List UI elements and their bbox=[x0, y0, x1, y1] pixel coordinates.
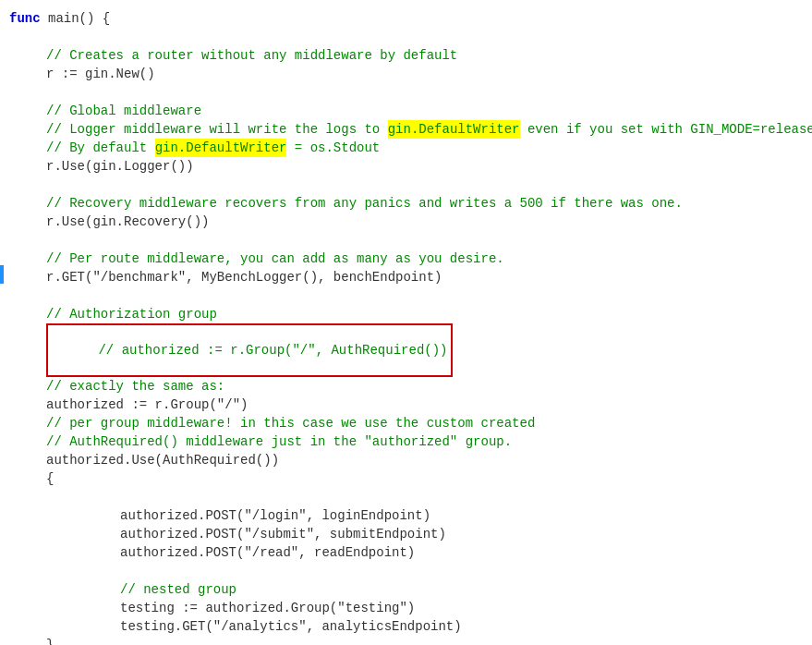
comment: // Global middleware bbox=[46, 102, 201, 120]
blue-bar-indicator bbox=[0, 265, 4, 284]
code-text: testing.GET("/analytics", analyticsEndpo… bbox=[120, 617, 462, 636]
code-line: // per group middleware! in this case we… bbox=[0, 414, 812, 432]
comment: // authorized := r.Group("/", AuthRequir… bbox=[98, 343, 447, 358]
comment: // Per route middleware, you can add as … bbox=[46, 249, 504, 268]
code-line: { bbox=[0, 469, 812, 488]
comment: // Logger middleware will write the logs… bbox=[46, 120, 388, 139]
code-line: } bbox=[0, 636, 812, 645]
code-text: authorized := r.Group("/") bbox=[46, 396, 248, 414]
comment: // AuthRequired() middleware just in the… bbox=[46, 432, 512, 451]
code-text: main() { bbox=[41, 9, 111, 28]
code-line: // Creates a router without any middlewa… bbox=[0, 46, 812, 65]
keyword: func bbox=[9, 9, 41, 28]
code-line: func main() { bbox=[0, 9, 812, 28]
code-line: authorized := r.Group("/") bbox=[0, 396, 812, 414]
code-text: r.GET("/benchmark", MyBenchLogger(), ben… bbox=[46, 268, 442, 286]
comment: // Creates a router without any middlewa… bbox=[46, 46, 457, 65]
highlight-gin-defaultwriter2: gin.DefaultWriter bbox=[155, 139, 287, 157]
comment: // By default bbox=[46, 139, 155, 157]
code-line bbox=[0, 28, 812, 46]
comment: // nested group bbox=[120, 580, 236, 599]
comment: // Authorization group bbox=[46, 305, 217, 323]
code-line: r.Use(gin.Logger()) bbox=[0, 157, 812, 176]
code-text: authorized.Use(AuthRequired()) bbox=[46, 451, 279, 469]
code-text: authorized.POST("/submit", submitEndpoin… bbox=[120, 525, 446, 543]
code-text: { bbox=[46, 469, 54, 488]
code-line: r := gin.New() bbox=[0, 65, 812, 83]
code-line: // exactly the same as: bbox=[0, 377, 812, 396]
code-line: // Authorization group bbox=[0, 305, 812, 323]
code-line: authorized.POST("/read", readEndpoint) bbox=[0, 543, 812, 562]
code-line: // AuthRequired() middleware just in the… bbox=[0, 432, 812, 451]
code-container: func main() { // Creates a router withou… bbox=[0, 0, 812, 645]
code-line: authorized.POST("/submit", submitEndpoin… bbox=[0, 525, 812, 543]
code-line bbox=[0, 231, 812, 249]
comment: even if you set with GIN_MODE=release. bbox=[520, 120, 813, 139]
code-line: r.GET("/benchmark", MyBenchLogger(), ben… bbox=[0, 268, 812, 286]
code-line bbox=[0, 83, 812, 102]
code-line: // Per route middleware, you can add as … bbox=[0, 249, 812, 268]
comment: // exactly the same as: bbox=[46, 377, 224, 396]
code-text: r.Use(gin.Logger()) bbox=[46, 157, 194, 176]
highlight-gin-defaultwriter: gin.DefaultWriter bbox=[388, 120, 520, 139]
code-text: testing := authorized.Group("testing") bbox=[120, 599, 415, 617]
red-box-line: // authorized := r.Group("/", AuthRequir… bbox=[46, 323, 453, 377]
code-line bbox=[0, 562, 812, 580]
code-line: testing := authorized.Group("testing") bbox=[0, 599, 812, 617]
code-line: testing.GET("/analytics", analyticsEndpo… bbox=[0, 617, 812, 636]
code-line bbox=[0, 488, 812, 506]
code-line bbox=[0, 286, 812, 305]
code-text: } bbox=[46, 636, 54, 645]
code-line bbox=[0, 176, 812, 194]
code-line: r.Use(gin.Recovery()) bbox=[0, 213, 812, 231]
code-text: authorized.POST("/read", readEndpoint) bbox=[120, 543, 415, 562]
code-line: authorized.Use(AuthRequired()) bbox=[0, 451, 812, 469]
code-text: r.Use(gin.Recovery()) bbox=[46, 213, 209, 231]
code-line: // authorized := r.Group("/", AuthRequir… bbox=[0, 323, 812, 377]
code-line: // By default gin.DefaultWriter = os.Std… bbox=[0, 139, 812, 157]
code-line: // Global middleware bbox=[0, 102, 812, 120]
code-line: authorized.POST("/login", loginEndpoint) bbox=[0, 506, 812, 525]
code-line: // Logger middleware will write the logs… bbox=[0, 120, 812, 139]
code-line: // nested group bbox=[0, 580, 812, 599]
code-line: // Recovery middleware recovers from any… bbox=[0, 194, 812, 213]
comment: = os.Stdout bbox=[286, 139, 380, 157]
code-text: r := gin.New() bbox=[46, 65, 155, 83]
comment: // Recovery middleware recovers from any… bbox=[46, 194, 683, 213]
comment: // per group middleware! in this case we… bbox=[46, 414, 535, 432]
code-text: authorized.POST("/login", loginEndpoint) bbox=[120, 506, 430, 525]
